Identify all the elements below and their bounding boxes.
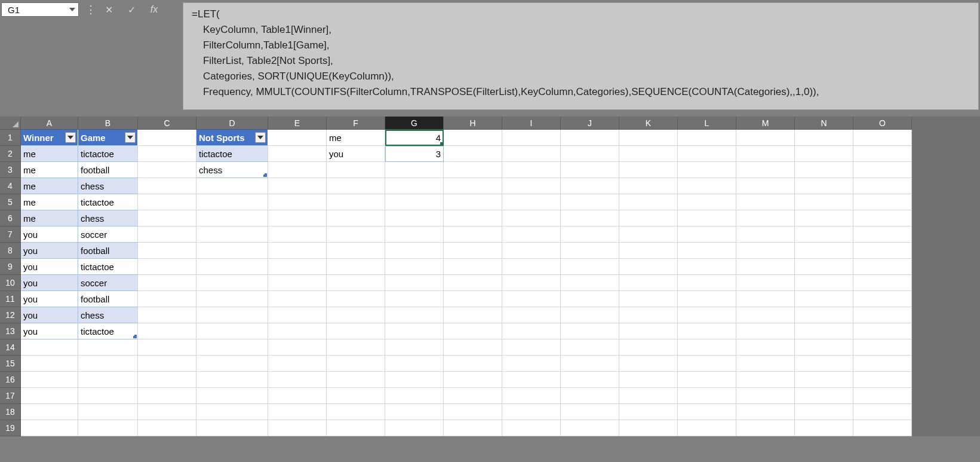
row-header[interactable]: 6 [0, 210, 21, 227]
cell[interactable] [268, 323, 327, 339]
cell[interactable]: you [21, 323, 78, 339]
cell[interactable] [268, 291, 327, 307]
cell[interactable] [502, 210, 561, 227]
cell[interactable] [619, 227, 678, 243]
cell[interactable] [561, 146, 619, 162]
cell[interactable]: Not Sports [196, 130, 268, 146]
cell[interactable] [502, 178, 561, 194]
cell[interactable]: chess [196, 162, 268, 178]
cell[interactable] [444, 307, 502, 323]
cell[interactable] [736, 388, 795, 404]
cell[interactable] [327, 323, 385, 339]
cell[interactable]: tictactoe [196, 146, 268, 162]
cell[interactable] [678, 162, 736, 178]
cell[interactable]: me [21, 178, 78, 194]
cell[interactable] [502, 162, 561, 178]
cell[interactable] [385, 210, 444, 227]
cell[interactable] [21, 372, 78, 388]
cell[interactable] [268, 194, 327, 210]
cell[interactable] [561, 259, 619, 275]
filter-dropdown-icon[interactable] [125, 132, 136, 143]
cell[interactable] [619, 162, 678, 178]
row-header[interactable]: 12 [0, 307, 21, 323]
cell[interactable]: tictactoe [78, 146, 138, 162]
cell[interactable] [268, 259, 327, 275]
cell[interactable]: chess [78, 307, 138, 323]
row-header[interactable]: 4 [0, 178, 21, 194]
cell[interactable] [795, 356, 853, 372]
cell[interactable] [795, 178, 853, 194]
cell[interactable] [853, 243, 912, 259]
cell[interactable] [327, 178, 385, 194]
cell[interactable]: you [21, 259, 78, 275]
cell[interactable] [736, 130, 795, 146]
row-header[interactable]: 11 [0, 291, 21, 307]
cell[interactable] [795, 130, 853, 146]
cell[interactable] [736, 275, 795, 291]
cell[interactable] [268, 388, 327, 404]
cell[interactable] [619, 388, 678, 404]
cell[interactable] [385, 323, 444, 339]
cell[interactable] [795, 162, 853, 178]
cell[interactable] [795, 194, 853, 210]
cell[interactable] [385, 291, 444, 307]
cell[interactable] [795, 243, 853, 259]
cell[interactable] [138, 194, 196, 210]
cell[interactable] [853, 162, 912, 178]
cell[interactable] [853, 275, 912, 291]
cell[interactable]: chess [78, 210, 138, 227]
cell[interactable] [268, 227, 327, 243]
cell[interactable] [21, 420, 78, 436]
cell[interactable] [444, 146, 502, 162]
cell[interactable] [619, 404, 678, 420]
cell[interactable] [138, 323, 196, 339]
cell[interactable] [327, 307, 385, 323]
cell[interactable]: you [327, 146, 385, 162]
cell[interactable] [138, 339, 196, 356]
formula-bar-input[interactable]: =LET( KeyColumn, Table1[Winner], FilterC… [183, 2, 979, 110]
cell[interactable]: football [78, 291, 138, 307]
cell[interactable] [444, 130, 502, 146]
cell[interactable] [268, 146, 327, 162]
cell[interactable] [561, 194, 619, 210]
cell[interactable]: you [21, 275, 78, 291]
cell[interactable] [444, 227, 502, 243]
cell[interactable] [678, 388, 736, 404]
row-header[interactable]: 10 [0, 275, 21, 291]
cell[interactable] [678, 356, 736, 372]
cell[interactable] [736, 259, 795, 275]
cell[interactable] [268, 339, 327, 356]
cell[interactable] [385, 356, 444, 372]
row-header[interactable]: 13 [0, 323, 21, 339]
cell[interactable]: you [21, 291, 78, 307]
cell[interactable] [561, 356, 619, 372]
cell[interactable] [502, 259, 561, 275]
cell[interactable]: tictactoe [78, 323, 138, 339]
cell[interactable] [619, 356, 678, 372]
cell[interactable] [853, 227, 912, 243]
cell[interactable] [678, 404, 736, 420]
cell[interactable] [853, 420, 912, 436]
cell[interactable] [736, 372, 795, 388]
cell[interactable] [853, 356, 912, 372]
cell[interactable] [678, 291, 736, 307]
cell[interactable] [444, 388, 502, 404]
cell[interactable] [78, 420, 138, 436]
cell[interactable] [327, 420, 385, 436]
cell[interactable] [853, 339, 912, 356]
cell[interactable] [196, 178, 268, 194]
cell[interactable] [561, 307, 619, 323]
cell[interactable] [678, 259, 736, 275]
cell[interactable]: me [21, 210, 78, 227]
cell[interactable] [795, 291, 853, 307]
row-header[interactable]: 14 [0, 339, 21, 356]
cell[interactable] [561, 372, 619, 388]
cell[interactable] [385, 372, 444, 388]
cell[interactable] [561, 275, 619, 291]
cell[interactable] [444, 420, 502, 436]
cell[interactable] [196, 307, 268, 323]
cell[interactable] [327, 243, 385, 259]
cell[interactable]: you [21, 307, 78, 323]
cell[interactable] [21, 356, 78, 372]
cell[interactable] [736, 404, 795, 420]
